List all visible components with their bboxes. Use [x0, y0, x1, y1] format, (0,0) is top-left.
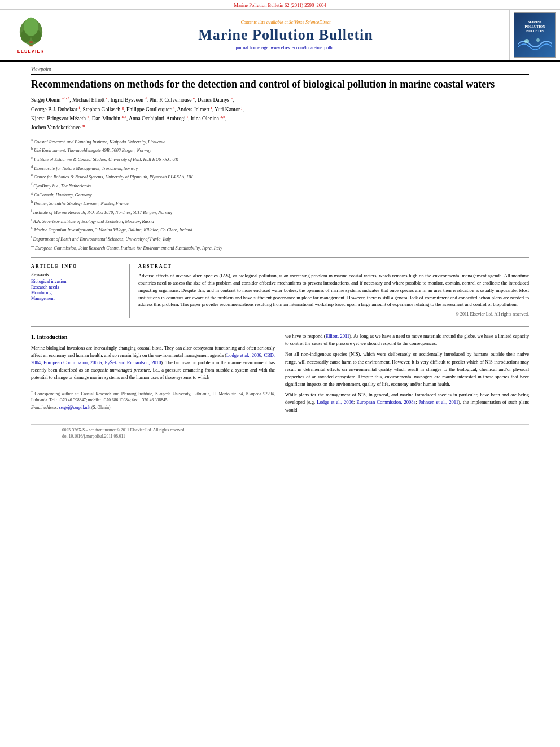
ref-pysek[interactable]: PyŠek and Richardson, 2010: [105, 360, 161, 365]
affil-f: f CytoBuoy b.v., The Netherlands: [31, 181, 529, 190]
footnote-email: E-mail address: sergej@corpi.ku.lt (S. O…: [31, 404, 275, 410]
affil-g: g CoConsult, Hamburg, Germany: [31, 190, 529, 199]
intro-para-2: we have to respond (Elliott, 2011). As l…: [285, 333, 529, 347]
affil-m: m European Commission, Joint Research Ce…: [31, 243, 529, 252]
svg-point-6: [524, 39, 529, 43]
affil-j: j A.N. Severtzov Institute of Ecology an…: [31, 217, 529, 225]
abstract-paragraph: Adverse effects of invasive alien specie…: [138, 272, 529, 308]
ref-lodge[interactable]: Lodge et al., 2006: [226, 352, 261, 358]
homepage-link[interactable]: www.elsevier.com/locate/marpolbul: [270, 45, 335, 50]
journal-header: ELSEVIER Contents lists available at Sci…: [0, 10, 560, 62]
article-body: ARTICLE INFO Keywords: Biological invasi…: [31, 264, 529, 318]
sciverse-span[interactable]: SciVerse ScienceDirect: [289, 20, 331, 25]
abstract-title: ABSTRACT: [138, 264, 529, 269]
ref-elliott2011[interactable]: Elliott, 2011: [326, 333, 349, 339]
abstract-section: ABSTRACT Adverse effects of invasive ali…: [138, 264, 529, 318]
journal-top-bar: Marine Pollution Bulletin 62 (2011) 2598…: [0, 0, 560, 10]
content-col-right: we have to respond (Elliott, 2011). As l…: [285, 333, 529, 417]
svg-point-4: [24, 18, 38, 36]
journal-header-center: Contents lists available at SciVerse Sci…: [62, 10, 509, 60]
page-wrapper: Marine Pollution Bulletin 62 (2011) 2598…: [0, 0, 560, 442]
ref-ec2008b[interactable]: European Commission, 2008a: [357, 399, 416, 405]
email-link[interactable]: sergej@corpi.ku.lt: [59, 405, 91, 410]
elsevier-text: ELSEVIER: [18, 49, 45, 54]
keyword-4[interactable]: Management: [31, 296, 124, 301]
abstract-text: Adverse effects of invasive alien specie…: [138, 272, 529, 318]
article-title: Recommendations on methods for the detec…: [31, 78, 529, 91]
journal-cover-area: MARINE POLLUTION BULLETIN: [509, 10, 560, 60]
authors: Sergej Olenin a,b,*, Michael Elliott c, …: [31, 95, 529, 132]
affil-a: a Coastal Research and Planning Institut…: [31, 137, 529, 146]
article-info: ARTICLE INFO Keywords: Biological invasi…: [31, 264, 130, 318]
journal-title: Marine Pollution Bulletin: [198, 27, 373, 43]
svg-point-5: [29, 41, 33, 43]
journal-cover-box: MARINE POLLUTION BULLETIN: [514, 12, 556, 58]
elsevier-tree-icon: [14, 16, 48, 47]
journal-citation: Marine Pollution Bulletin 62 (2011) 2598…: [234, 2, 326, 8]
ref-ec2008a[interactable]: European Commission, 2008a: [43, 360, 102, 365]
svg-point-7: [536, 38, 540, 42]
footnotes: * Corresponding author at: Coastal Resea…: [31, 386, 275, 410]
intro-para-4: While plans for the management of NIS, i…: [285, 391, 529, 414]
affil-k: k Marine Organism Investigations, 3 Mari…: [31, 225, 529, 234]
affil-c: c Institute of Estuarine & Coastal Studi…: [31, 155, 529, 163]
bottom-bar: 0025-326X/$ – see front matter © 2011 El…: [31, 424, 529, 442]
affil-i: i Institute of Marine Research, P.O. Box…: [31, 208, 529, 216]
affil-l: l Department of Earth and Environmental …: [31, 234, 529, 243]
keyword-1[interactable]: Biological invasion: [31, 279, 124, 284]
ref-lodge2[interactable]: Lodge et al., 2006: [317, 399, 353, 405]
cover-wave-icon: [518, 36, 552, 50]
publisher-logo-area: ELSEVIER: [0, 10, 62, 60]
issn-line: 0025-326X/$ – see front matter © 2011 El…: [62, 427, 498, 433]
ref-johnsen[interactable]: Johnsen et al., 2011: [419, 399, 458, 405]
affiliations: a Coastal Research and Planning Institut…: [31, 137, 529, 259]
journal-homepage: journal homepage: www.elsevier.com/locat…: [235, 45, 335, 50]
main-content: 1. Introduction Marine biological invasi…: [31, 326, 529, 417]
sciverse-link[interactable]: Contents lists available at SciVerse Sci…: [240, 20, 330, 25]
section-label: Viewpoint: [31, 62, 529, 75]
keyword-3[interactable]: Monitoring: [31, 290, 124, 295]
affil-d: d Directorate for Nature Management, Tro…: [31, 164, 529, 172]
intro-heading: 1. Introduction: [31, 333, 275, 342]
affil-h: h Ifremer, Scientific Strategy Division,…: [31, 199, 529, 207]
intro-para-3: Not all non-indigenous species (NIS), wh…: [285, 351, 529, 388]
elsevier-logo: ELSEVIER: [14, 16, 48, 54]
cover-title: MARINE POLLUTION BULLETIN: [524, 20, 545, 33]
article-info-title: ARTICLE INFO: [31, 264, 124, 269]
affil-e: e Centre for Robotics & Neural Systems, …: [31, 172, 529, 181]
content-col-left: 1. Introduction Marine biological invasi…: [31, 333, 275, 417]
article-section: Viewpoint Recommendations on methods for…: [0, 62, 560, 442]
doi-line: doi:10.1016/j.marpolbul.2011.08.011: [62, 434, 498, 439]
intro-para-1: Marine biological invasions are increasi…: [31, 344, 275, 382]
keywords-label: Keywords:: [31, 272, 124, 277]
affil-b: b Uni Environment, Thormoehlensgate 49B,…: [31, 146, 529, 154]
copyright: © 2011 Elsevier Ltd. All rights reserved…: [138, 311, 529, 318]
keyword-2[interactable]: Research needs: [31, 285, 124, 290]
footnote-corresponding: * Corresponding author at: Coastal Resea…: [31, 390, 275, 403]
